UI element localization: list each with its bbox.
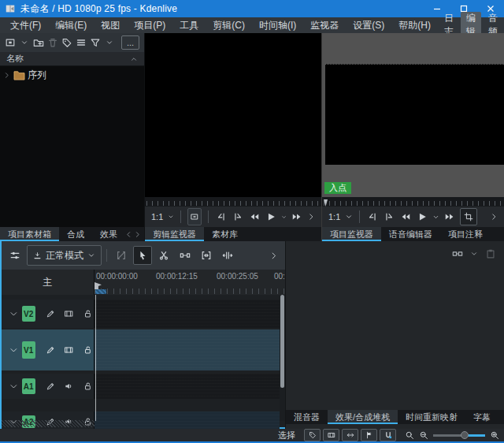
zoom-in-icon[interactable] [490,430,499,440]
select-tool-button[interactable] [133,246,152,265]
forward-button[interactable] [291,209,303,225]
tag-button[interactable] [60,35,73,50]
filter-dropdown[interactable] [102,35,116,50]
collapse-icon[interactable] [130,55,138,63]
fit-zoom-button[interactable] [197,246,216,265]
bin-item-sequences[interactable]: 序列 [0,66,144,84]
timeline-vertical-scrollbar[interactable] [280,295,285,421]
timeline-zone[interactable] [95,289,106,294]
transport-more-button[interactable] [307,213,315,221]
menu-project[interactable]: 项目(P) [127,17,172,33]
chevron-down-icon[interactable] [9,382,18,391]
rewind-button[interactable] [399,209,412,225]
bin-name-column-header[interactable]: 名称 [0,52,144,66]
menu-view[interactable]: 视图 [94,17,127,33]
track-badge-v2[interactable]: V2 [22,306,35,322]
add-clip-button[interactable] [3,35,17,50]
timeline-ruler[interactable]: 00:00:00:00 00:00:12:15 00:00:25:05 00: [94,270,285,295]
play-dropdown-icon[interactable] [281,214,287,221]
track-target-icon[interactable] [46,381,55,392]
timeline-horizontal-scrollbar[interactable] [2,420,94,427]
menu-edit[interactable]: 编辑(E) [48,17,94,33]
menu-timeline[interactable]: 时间轴(I) [252,17,303,33]
track-badge-v1[interactable]: V1 [22,341,35,359]
link-icon[interactable] [452,248,463,259]
filter-button[interactable] [88,35,102,50]
transport-more-button[interactable] [490,213,498,221]
tab-effects[interactable]: 效果 [92,227,125,241]
edit-mode-select[interactable]: 正常模式 [27,245,102,266]
set-out-point-button[interactable] [232,209,244,225]
menu-monitor[interactable]: 监视器 [303,17,346,33]
track-lane-v1[interactable] [94,329,280,370]
lock-icon[interactable] [83,381,92,392]
zoom-out-icon[interactable] [419,430,428,440]
menu-settings[interactable]: 设置(S) [346,17,391,33]
add-clip-dropdown[interactable] [17,35,31,50]
zoom-fit-icon[interactable] [405,430,414,440]
tab-project-monitor[interactable]: 项目监视器 [322,227,381,241]
timeline-playhead[interactable] [95,295,96,421]
tab-compositions[interactable]: 合成 [59,227,92,241]
create-folder-button[interactable] [32,35,45,50]
tab-subtitles[interactable]: 字幕 [465,410,498,424]
project-monitor-video[interactable] [325,64,504,165]
zone-mode-button[interactable] [187,208,202,225]
paste-icon[interactable] [485,248,496,259]
view-mode-button[interactable] [74,35,87,50]
zoom-slider[interactable] [433,430,485,440]
bin-overflow-button[interactable]: ... [121,35,139,50]
track-target-icon[interactable] [46,308,55,319]
tab-speech-editor[interactable]: 语音编辑器 [381,227,440,241]
snap-button[interactable] [380,429,396,441]
track-target-icon[interactable] [46,344,55,356]
track-badge-a1[interactable]: A1 [22,378,35,394]
lock-icon[interactable] [83,344,92,356]
timeline-toolbar-more-button[interactable] [269,251,281,260]
track-header-a1[interactable]: A1 [2,374,94,399]
set-out-point-button[interactable] [383,209,395,225]
razor-tool-button[interactable] [154,246,173,265]
menu-clip[interactable]: 剪辑(C) [206,17,252,33]
chevron-down-icon[interactable] [345,213,353,221]
track-header-v2[interactable]: V2 [2,300,94,328]
show-video-icon[interactable] [64,344,73,356]
show-audio-thumbnails-button[interactable] [361,429,377,441]
mixed-streams-button[interactable] [342,429,358,441]
set-in-point-button[interactable] [215,209,228,225]
clip-monitor-zoom-value[interactable]: 1:1 [151,212,163,222]
project-monitor-ruler[interactable] [322,197,504,207]
zone-crop-button[interactable] [460,208,477,225]
forward-button[interactable] [443,209,456,225]
show-markers-button[interactable] [304,429,321,441]
tab-time-remap[interactable]: 时间重新映射 [398,410,465,424]
spacer-tool-button[interactable] [176,246,195,265]
no-insert-button[interactable] [112,246,131,265]
chevron-down-icon[interactable] [470,250,478,258]
clip-monitor-ruler[interactable] [145,197,321,207]
expander-icon[interactable] [2,72,11,79]
show-video-icon[interactable] [64,308,73,319]
play-button[interactable] [265,209,277,225]
menu-file[interactable]: 文件(F) [3,17,48,33]
clip-monitor-video[interactable] [145,33,321,197]
tab-scroll-right-icon[interactable] [134,231,141,238]
delete-button[interactable] [46,35,59,50]
menu-help[interactable]: 帮助(H) [391,17,438,33]
zoom-slider-handle[interactable] [461,431,469,439]
tab-scroll-left-icon[interactable] [125,231,132,238]
track-settings-button[interactable] [6,246,24,265]
slip-tool-button[interactable] [218,246,237,265]
track-lane-a1[interactable] [94,374,280,399]
track-header-v1[interactable]: V1 [2,329,94,370]
chevron-down-icon[interactable] [168,213,174,221]
play-dropdown-icon[interactable] [432,214,439,221]
tab-effect-stack[interactable]: 效果/合成堆栈 [328,410,398,424]
track-lane-v2[interactable] [94,300,280,328]
menu-tools[interactable]: 工具 [172,17,206,33]
chevron-down-icon[interactable] [9,309,18,318]
tab-library[interactable]: 素材库 [204,227,246,241]
show-video-thumbnails-button[interactable] [323,429,339,441]
rewind-button[interactable] [248,209,261,225]
play-button[interactable] [416,209,428,225]
